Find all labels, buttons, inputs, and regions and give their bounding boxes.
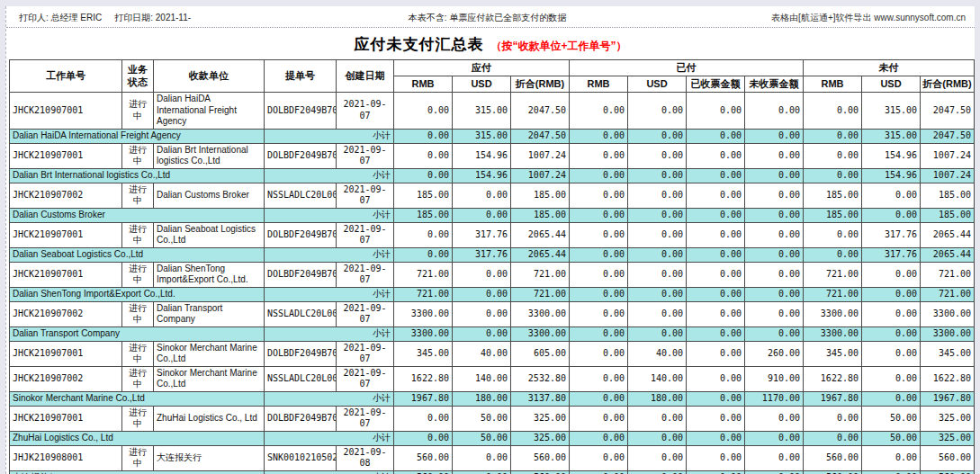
cell-unpaid-usd: 0.00 xyxy=(862,287,921,301)
cell-paid-rmb: 0.00 xyxy=(570,262,628,287)
cell-unpaid-conv: 185.00 xyxy=(921,183,975,208)
subtotal-row: Dalian Transport Company小计3300.000.00330… xyxy=(10,326,975,341)
cell-invoiced-amount: 0.00 xyxy=(687,406,745,431)
cell-bl-no: DOLBDF2049B701 xyxy=(265,341,337,366)
cell-paid-usd: 0.00 xyxy=(628,168,687,183)
subtotal-label: 小计 xyxy=(265,129,394,143)
cell-payable-usd: 0.00 xyxy=(453,445,511,470)
cell-payable-usd: 315.00 xyxy=(453,129,511,143)
cell-payable-conv: 3300.00 xyxy=(511,301,570,326)
cell-paid-usd: 0.00 xyxy=(628,326,687,341)
cell-status: 进行中 xyxy=(122,366,154,391)
cell-unpaid-rmb: 0.00 xyxy=(804,143,862,168)
cell-unpaid-rmb: 0.00 xyxy=(804,168,862,183)
cell-paid-usd: 0.00 xyxy=(628,262,687,287)
cell-status: 进行中 xyxy=(122,222,154,247)
cell-unpaid-rmb: 185.00 xyxy=(804,183,862,208)
exclusion-note: 本表不含: 单票应付款已全部支付的数据 xyxy=(203,12,771,24)
cell-job-no: JHCK210907001 xyxy=(10,93,122,130)
cell-payable-conv: 560.00 xyxy=(511,470,570,474)
cell-payable-conv: 2065.44 xyxy=(511,247,570,262)
cell-job-no: JHCK210907001 xyxy=(10,262,122,287)
title-bar: 应付未支付汇总表（按“收款单位+工作单号”） xyxy=(6,28,975,59)
subtotal-label: 小计 xyxy=(265,168,394,183)
cell-unpaid-usd: 0.00 xyxy=(862,341,921,366)
subtotal-payee: Dalian HaiDA International Freight Agenc… xyxy=(10,129,265,143)
cell-unpaid-conv: 560.00 xyxy=(921,445,975,470)
payables-summary-table: 工作单号 业务状态 收款单位 提单号 创建日期 应付 已付 未付 RMB USD… xyxy=(9,59,975,474)
cell-payee: 大连报关行 xyxy=(154,445,265,470)
cell-paid-usd: 0.00 xyxy=(628,93,687,130)
cell-created-date: 2021-09-07 xyxy=(337,93,394,130)
cell-paid-usd: 40.00 xyxy=(628,341,687,366)
table-row: JHCK210907001进行中Dalian Seaboat Logistics… xyxy=(10,222,975,247)
cell-unpaid-conv: 325.00 xyxy=(921,406,975,431)
cell-uninvoiced-amount: 0.00 xyxy=(745,129,804,143)
cell-invoiced-amount: 0.00 xyxy=(687,287,745,301)
cell-uninvoiced-amount: 0.00 xyxy=(745,445,804,470)
subtotal-label: 小计 xyxy=(265,208,394,222)
cell-bl-no: DOLBDF2049B701 xyxy=(265,93,337,130)
cell-payable-conv: 3137.80 xyxy=(511,391,570,406)
subtotal-payee: ZhuHai Logistics Co., Ltd xyxy=(10,431,265,445)
cell-unpaid-usd: 317.76 xyxy=(862,247,921,262)
table-row: JHCK210907002进行中Dalian Customs BrokerNSS… xyxy=(10,183,975,208)
cell-unpaid-usd: 0.00 xyxy=(862,208,921,222)
cell-paid-rmb: 0.00 xyxy=(570,431,628,445)
print-date-label: 打印日期: 2021-11- xyxy=(114,13,191,22)
col-header-uninvoiced-amount: 未收票金额 xyxy=(745,76,804,93)
cell-payable-conv: 325.00 xyxy=(511,431,570,445)
cell-unpaid-rmb: 0.00 xyxy=(804,93,862,130)
cell-paid-usd: 0.00 xyxy=(628,247,687,262)
cell-unpaid-rmb: 721.00 xyxy=(804,287,862,301)
cell-payee: Dalian Customs Broker xyxy=(154,183,265,208)
cell-payee: Dalian Brt International logistics Co.,L… xyxy=(154,143,265,168)
cell-payable-usd: 315.00 xyxy=(453,93,511,130)
cell-payable-rmb: 0.00 xyxy=(394,222,453,247)
cell-invoiced-amount: 0.00 xyxy=(687,168,745,183)
cell-paid-usd: 0.00 xyxy=(628,129,687,143)
cell-payable-rmb: 0.00 xyxy=(394,247,453,262)
cell-paid-rmb: 0.00 xyxy=(570,222,628,247)
cell-uninvoiced-amount: 0.00 xyxy=(745,208,804,222)
cell-payable-conv: 185.00 xyxy=(511,208,570,222)
cell-uninvoiced-amount: 1170.00 xyxy=(745,391,804,406)
cell-payable-rmb: 721.00 xyxy=(394,287,453,301)
cell-created-date: 2021-09-07 xyxy=(337,222,394,247)
cell-job-no: JHJK210908001 xyxy=(10,445,122,470)
cell-paid-rmb: 0.00 xyxy=(570,183,628,208)
cell-unpaid-rmb: 1967.80 xyxy=(804,391,862,406)
cell-payee: Dalian Seaboat Logistics Co.,Ltd xyxy=(154,222,265,247)
cell-unpaid-rmb: 3300.00 xyxy=(804,301,862,326)
cell-job-no: JHCK210907001 xyxy=(10,222,122,247)
cell-unpaid-rmb: 560.00 xyxy=(804,445,862,470)
cell-paid-rmb: 0.00 xyxy=(570,129,628,143)
cell-invoiced-amount: 0.00 xyxy=(687,391,745,406)
cell-paid-rmb: 0.00 xyxy=(570,143,628,168)
cell-status: 进行中 xyxy=(122,301,154,326)
subtotal-row: Sinokor Merchant Marine Co.,Ltd小计1967.80… xyxy=(10,391,975,406)
cell-unpaid-rmb: 0.00 xyxy=(804,247,862,262)
cell-unpaid-usd: 315.00 xyxy=(862,93,921,130)
cell-uninvoiced-amount: 0.00 xyxy=(745,93,804,130)
cell-unpaid-conv: 345.00 xyxy=(921,341,975,366)
cell-unpaid-usd: 154.96 xyxy=(862,168,921,183)
subtotal-label: 小计 xyxy=(265,470,394,474)
cell-invoiced-amount: 0.00 xyxy=(687,143,745,168)
cell-paid-rmb: 0.00 xyxy=(570,406,628,431)
cell-invoiced-amount: 0.00 xyxy=(687,366,745,391)
cell-payable-conv: 1007.24 xyxy=(511,143,570,168)
cell-unpaid-rmb: 721.00 xyxy=(804,262,862,287)
cell-unpaid-rmb: 560.00 xyxy=(804,470,862,474)
cell-paid-usd: 180.00 xyxy=(628,391,687,406)
cell-payable-usd: 180.00 xyxy=(453,391,511,406)
cell-unpaid-usd: 0.00 xyxy=(862,326,921,341)
cell-payable-rmb: 0.00 xyxy=(394,129,453,143)
cell-bl-no: NSSLADLC20L00057 xyxy=(265,301,337,326)
cell-uninvoiced-amount: 0.00 xyxy=(745,301,804,326)
export-note: 表格由[航运通+]软件导出 www.sunnysoft.com.cn xyxy=(771,12,966,24)
cell-unpaid-usd: 0.00 xyxy=(862,445,921,470)
cell-unpaid-conv: 3300.00 xyxy=(921,301,975,326)
col-header-status: 业务状态 xyxy=(122,60,154,93)
subtotal-row: Dalian Seaboat Logistics Co.,Ltd小计0.0031… xyxy=(10,247,975,262)
